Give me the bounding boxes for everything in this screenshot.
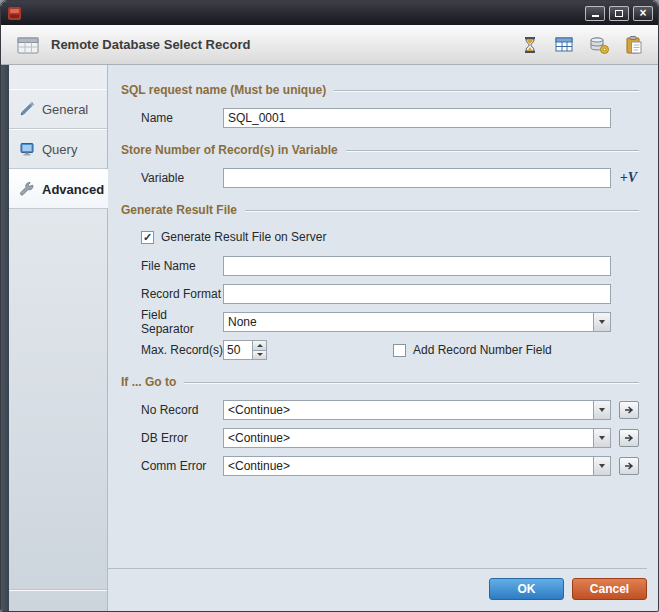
section-title: SQL request name (Must be unique) <box>121 83 334 97</box>
page-title: Remote Database Select Record <box>51 37 250 52</box>
advanced-panel: SQL request name (Must be unique) Name S… <box>108 65 658 612</box>
record-format-label: Record Format <box>141 287 223 301</box>
no-record-goto-button[interactable] <box>619 401 639 419</box>
maximize-button[interactable] <box>609 6 629 21</box>
section-divider <box>346 150 639 151</box>
pencil-icon <box>19 101 35 117</box>
name-row: Name <box>141 108 639 128</box>
field-separator-row: Field Separator None <box>141 312 639 332</box>
no-record-label: No Record <box>141 403 223 417</box>
field-separator-label: Field Separator <box>141 308 223 336</box>
sidebar-item-label: Advanced <box>42 182 104 197</box>
max-records-row: Max. Record(s) Add Record Number Field <box>141 340 639 360</box>
query-icon <box>19 141 35 157</box>
comm-error-value: <Continue> <box>224 459 593 473</box>
maximize-icon <box>615 10 623 17</box>
max-records-label: Max. Record(s) <box>141 343 223 357</box>
name-label: Name <box>141 111 223 125</box>
dialog-header: Remote Database Select Record <box>1 25 658 65</box>
close-icon: × <box>639 7 646 19</box>
wrench-icon <box>19 181 35 197</box>
max-records-input[interactable] <box>223 340 253 360</box>
spinner-up-icon[interactable] <box>253 340 267 351</box>
max-records-stepper <box>223 340 267 360</box>
arrow-right-icon <box>623 460 635 472</box>
no-record-value: <Continue> <box>224 403 593 417</box>
sidebar-item-label: Query <box>42 142 77 157</box>
arrow-right-icon <box>623 432 635 444</box>
section-divider <box>245 210 639 211</box>
db-error-row: DB Error <Continue> <box>141 428 639 448</box>
record-format-row: Record Format <box>141 284 639 304</box>
generate-on-server-label: Generate Result File on Server <box>161 230 326 244</box>
section-store-variable: Store Number of Record(s) in Variable <box>121 143 639 157</box>
file-name-input[interactable] <box>223 256 611 276</box>
comm-error-select[interactable]: <Continue> <box>223 456 611 476</box>
sidebar-accent-strip <box>1 65 9 612</box>
section-sql-request: SQL request name (Must be unique) <box>121 83 639 97</box>
chevron-down-icon[interactable] <box>593 429 610 447</box>
record-table-icon <box>15 32 41 58</box>
section-title: If ... Go to <box>121 375 184 389</box>
sidebar-divider <box>9 589 107 590</box>
variable-input[interactable] <box>223 168 611 188</box>
db-error-goto-button[interactable] <box>619 429 639 447</box>
arrow-right-icon <box>623 404 635 416</box>
dialog-footer: OK Cancel <box>108 568 647 600</box>
close-button[interactable]: × <box>633 6 653 21</box>
ok-button[interactable]: OK <box>489 578 564 600</box>
generate-on-server-checkbox[interactable]: ✓ <box>141 231 154 244</box>
chevron-down-icon[interactable] <box>593 401 610 419</box>
comm-error-label: Comm Error <box>141 459 223 473</box>
generate-on-server-row: ✓ Generate Result File on Server <box>141 230 639 244</box>
section-divider <box>184 382 639 383</box>
db-error-value: <Continue> <box>224 431 593 445</box>
minimize-icon <box>592 15 599 17</box>
section-divider <box>334 90 639 91</box>
add-record-number-row: Add Record Number Field <box>393 343 552 357</box>
comm-error-goto-button[interactable] <box>619 457 639 475</box>
section-generate-result-file: Generate Result File <box>121 203 639 217</box>
chevron-down-icon[interactable] <box>593 457 610 475</box>
section-if-goto: If ... Go to <box>121 375 639 389</box>
dialog-window: × Remote Database Select Record <box>0 0 659 612</box>
variable-row: Variable +V <box>141 168 639 188</box>
name-input[interactable] <box>223 108 611 128</box>
sidebar-item-general[interactable]: General <box>9 89 107 129</box>
db-error-select[interactable]: <Continue> <box>223 428 611 448</box>
cancel-button[interactable]: Cancel <box>572 578 647 600</box>
sidebar-item-advanced[interactable]: Advanced <box>9 169 108 209</box>
timer-icon[interactable] <box>520 35 540 55</box>
comm-error-row: Comm Error <Continue> <box>141 456 639 476</box>
section-title: Generate Result File <box>121 203 245 217</box>
sidebar: General Query <box>9 65 108 612</box>
sidebar-item-label: General <box>42 102 88 117</box>
chevron-down-icon[interactable] <box>593 313 610 331</box>
titlebar[interactable]: × <box>1 1 658 25</box>
spinner-down-icon[interactable] <box>253 351 267 361</box>
file-name-row: File Name <box>141 256 639 276</box>
insert-variable-button[interactable]: +V <box>618 170 639 186</box>
file-name-label: File Name <box>141 259 223 273</box>
variable-label: Variable <box>141 171 223 185</box>
add-record-number-checkbox[interactable] <box>393 344 406 357</box>
field-separator-value: None <box>224 315 593 329</box>
table-icon[interactable] <box>554 35 574 55</box>
db-error-label: DB Error <box>141 431 223 445</box>
minimize-button[interactable] <box>585 6 605 21</box>
database-gear-icon[interactable] <box>588 35 610 55</box>
app-icon <box>7 6 22 21</box>
record-format-input[interactable] <box>223 284 611 304</box>
no-record-select[interactable]: <Continue> <box>223 400 611 420</box>
add-record-number-label: Add Record Number Field <box>413 343 552 357</box>
sidebar-item-query[interactable]: Query <box>9 129 107 169</box>
section-title: Store Number of Record(s) in Variable <box>121 143 346 157</box>
no-record-row: No Record <Continue> <box>141 400 639 420</box>
paste-icon[interactable] <box>624 35 644 55</box>
field-separator-select[interactable]: None <box>223 312 611 332</box>
